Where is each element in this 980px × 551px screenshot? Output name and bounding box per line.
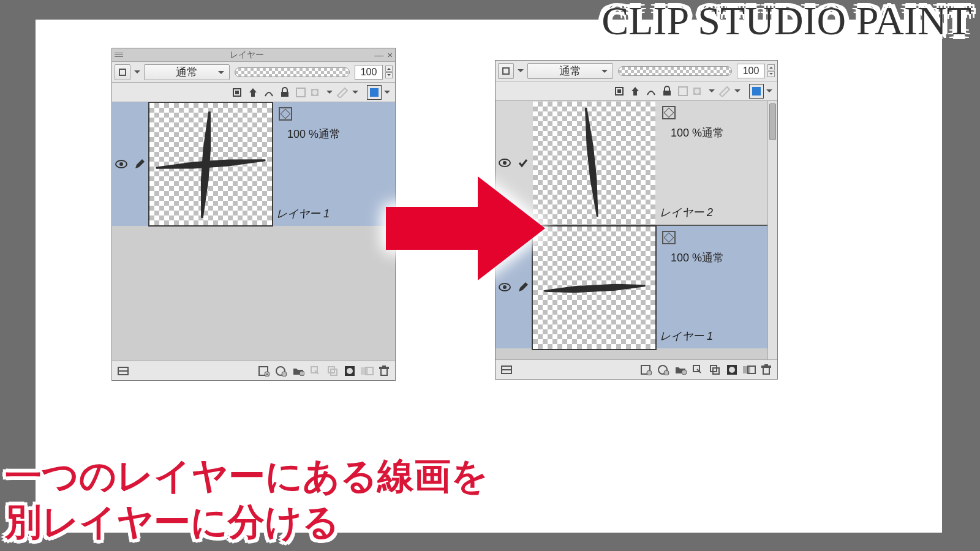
reference-display-dropdown[interactable] xyxy=(516,63,525,79)
opacity-slider[interactable] xyxy=(235,67,350,77)
layer-type-raster-icon xyxy=(279,107,292,121)
layer-panel-before: レイヤー — × 通常 100 xyxy=(111,48,396,381)
svg-point-14 xyxy=(282,372,287,377)
app-title: CLIP STUDIO PAINT xyxy=(583,0,980,49)
layer-name[interactable]: レイヤー 1 xyxy=(660,329,713,343)
apply-mask-icon[interactable] xyxy=(742,362,756,377)
layer-opacity-label: 100 %通常 xyxy=(671,126,724,140)
combine-down-icon[interactable] xyxy=(325,364,340,378)
layer-color-swatch[interactable] xyxy=(749,84,764,99)
panel-titlebar[interactable]: レイヤー — × xyxy=(112,48,395,62)
svg-point-7 xyxy=(119,162,123,166)
minimize-icon[interactable]: — xyxy=(374,50,383,60)
lock-icon[interactable] xyxy=(277,85,292,100)
opacity-spinner[interactable] xyxy=(385,66,393,78)
opacity-value[interactable]: 100 xyxy=(355,65,383,80)
draft-layer-icon[interactable] xyxy=(644,84,658,99)
stroke-vertical xyxy=(581,108,603,217)
blend-mode-dropdown[interactable]: 通常 xyxy=(527,63,613,79)
layer-color-dropdown[interactable] xyxy=(765,83,774,99)
svg-rect-24 xyxy=(617,89,621,93)
transfer-down-icon[interactable] xyxy=(308,364,323,378)
svg-text:+: + xyxy=(266,372,268,377)
svg-point-20 xyxy=(347,368,353,374)
clip-mask-icon[interactable] xyxy=(230,85,244,100)
opacity-spinner[interactable] xyxy=(767,64,775,77)
lock-icon[interactable] xyxy=(660,84,674,99)
mask-dropdown-icon[interactable] xyxy=(707,83,716,99)
new-raster-layer-icon[interactable] xyxy=(639,362,654,377)
two-pane-icon[interactable] xyxy=(116,364,130,378)
layer-meta[interactable]: 100 %通常 レイヤー 2 xyxy=(656,101,777,225)
ruler-icon[interactable] xyxy=(335,85,350,100)
ruler-icon[interactable] xyxy=(717,84,732,99)
reference-display-dropdown[interactable] xyxy=(133,64,141,80)
svg-point-39 xyxy=(682,370,687,375)
lock-transparent-icon[interactable] xyxy=(676,84,690,99)
layer-meta[interactable]: 100 %通常 レイヤー 1 xyxy=(656,226,777,348)
combine-down-icon[interactable] xyxy=(707,362,722,377)
hamburger-icon[interactable] xyxy=(115,53,123,57)
new-folder-icon[interactable] xyxy=(673,362,688,377)
delete-layer-icon[interactable] xyxy=(377,364,391,378)
svg-rect-2 xyxy=(281,92,288,97)
layer-row[interactable]: 100 %通常 レイヤー 1 xyxy=(112,102,395,226)
opacity-value[interactable]: 100 xyxy=(737,64,765,78)
close-icon[interactable]: × xyxy=(387,50,393,60)
apply-mask-icon[interactable] xyxy=(360,364,374,378)
layer-color-swatch[interactable] xyxy=(367,85,382,100)
blend-mode-dropdown[interactable]: 通常 xyxy=(144,64,230,80)
caption-line-2: 別レイヤーに分ける xyxy=(5,501,339,542)
scrollbar-thumb[interactable] xyxy=(769,103,776,140)
scrollbar[interactable] xyxy=(767,101,777,359)
layer-thumbnail[interactable] xyxy=(149,103,272,225)
eye-icon xyxy=(499,159,511,167)
pen-icon xyxy=(134,158,146,170)
reference-layer-icon[interactable] xyxy=(628,84,643,99)
visibility-toggle[interactable] xyxy=(112,102,130,226)
pen-icon xyxy=(517,281,529,293)
two-pane-icon[interactable] xyxy=(499,362,514,377)
delete-layer-icon[interactable] xyxy=(759,362,774,377)
reference-display-button[interactable] xyxy=(498,63,514,79)
layer-color-dropdown[interactable] xyxy=(383,84,391,100)
create-mask-icon[interactable] xyxy=(342,364,357,378)
layer-name[interactable]: レイヤー 1 xyxy=(276,206,330,221)
lock-transparent-icon[interactable] xyxy=(293,85,308,100)
layer-name[interactable]: レイヤー 2 xyxy=(660,205,713,220)
mask-enable-icon[interactable] xyxy=(309,85,324,100)
check-icon xyxy=(518,157,529,168)
transfer-down-icon[interactable] xyxy=(690,362,705,377)
new-raster-layer-icon[interactable]: + xyxy=(257,364,271,378)
layer-tool-row xyxy=(496,81,777,101)
layer-thumbnail[interactable] xyxy=(533,102,655,224)
ruler-dropdown-icon[interactable] xyxy=(351,84,360,100)
clip-mask-icon[interactable] xyxy=(612,84,627,99)
layer-panel-toprow: 通常 100 xyxy=(496,61,777,81)
svg-point-5 xyxy=(312,90,317,95)
draft-layer-icon[interactable] xyxy=(262,85,276,100)
new-vector-layer-icon[interactable] xyxy=(274,364,288,378)
layer-panel-toprow: 通常 100 xyxy=(112,62,395,83)
svg-point-15 xyxy=(300,371,304,376)
transition-arrow xyxy=(386,176,545,280)
mask-dropdown-icon[interactable] xyxy=(325,84,334,100)
svg-rect-25 xyxy=(663,91,671,96)
mask-enable-icon[interactable] xyxy=(692,84,706,99)
active-layer-indicator xyxy=(130,102,149,226)
eye-icon xyxy=(115,160,127,168)
eye-icon xyxy=(499,283,511,291)
caption-line-1: 一つのレイヤーにある線画を xyxy=(5,455,488,497)
layer-tool-row xyxy=(112,83,395,102)
reference-display-button[interactable] xyxy=(115,64,130,80)
new-folder-icon[interactable] xyxy=(291,364,306,378)
create-mask-icon[interactable] xyxy=(725,362,739,377)
layer-meta[interactable]: 100 %通常 レイヤー 1 xyxy=(273,102,395,226)
ruler-dropdown-icon[interactable] xyxy=(733,83,742,99)
reference-layer-icon[interactable] xyxy=(246,85,260,100)
layer-thumbnail[interactable] xyxy=(533,227,655,349)
layer-opacity-label: 100 %通常 xyxy=(287,127,341,141)
opacity-slider[interactable] xyxy=(618,66,732,76)
new-vector-layer-icon[interactable] xyxy=(656,362,671,377)
layer-list: 100 %通常 レイヤー 1 xyxy=(112,102,395,361)
